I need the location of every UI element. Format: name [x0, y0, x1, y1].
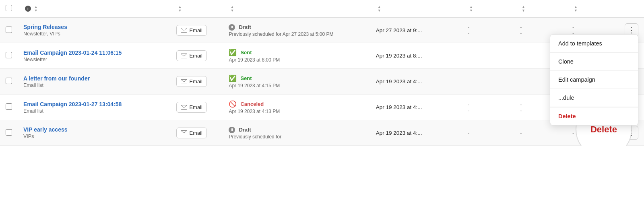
click-rate-value: - [520, 130, 522, 136]
row-checkbox[interactable] [6, 129, 12, 136]
select-all-header[interactable] [0, 0, 18, 18]
status-badge: 🚫Canceled [229, 100, 264, 108]
open-rate-cell: - - [462, 18, 514, 43]
status-sub: Apr 19 2023 at 4:15 PM [229, 83, 364, 89]
campaign-name[interactable]: Spring Releases [23, 24, 165, 30]
row-checkbox-cell[interactable] [0, 120, 18, 146]
click-rate-value2: - [520, 30, 522, 36]
campaign-name[interactable]: VIP early access [23, 126, 165, 133]
email-icon [181, 79, 187, 84]
row-checkbox[interactable] [6, 78, 12, 84]
row-checkbox[interactable] [6, 103, 12, 110]
row-checkbox-cell[interactable] [0, 95, 18, 120]
last-updated-cell: Apr 27 2023 at 9:... [370, 18, 462, 43]
status-badge: ⏸Draft [229, 127, 251, 133]
row-checkbox[interactable] [6, 27, 12, 33]
campaigns-table-container: i ▲▼ ▲▼ ▲▼ ▲▼ ▲▼ [0, 0, 644, 146]
type-cell: Email [171, 43, 223, 69]
sort-icon-last-updated[interactable]: ▲▼ [378, 5, 381, 12]
context-dropdown-menu: Add to templates Clone Edit campaign ...… [550, 34, 638, 126]
menu-item-schedule[interactable]: ...dule [550, 89, 638, 107]
column-header-type[interactable]: ▲▼ [171, 0, 223, 18]
campaign-sub: Email list [23, 108, 165, 114]
last-updated-cell: Apr 19 2023 at 4:... [370, 95, 462, 120]
type-badge: Email [176, 25, 207, 36]
table-row: A letter from our founder Email list Ema… [0, 69, 644, 95]
column-header-status[interactable]: ▲▼ [223, 0, 370, 18]
campaign-sub: VIPs [23, 134, 165, 139]
open-rate-cell [462, 43, 514, 69]
sort-icon-click-rate[interactable]: ▲▼ [522, 5, 525, 12]
table-row: Email Campaign 2023-01-24 11:06:15 Newsl… [0, 43, 644, 69]
open-rate-value2: - [468, 107, 470, 113]
sort-icon-open-rate[interactable]: ▲▼ [469, 5, 473, 12]
type-badge: Email [176, 50, 207, 61]
menu-item-delete[interactable]: Delete [550, 107, 638, 125]
open-rate-value: - [468, 101, 470, 107]
table-row: Email Campaign 2023-01-27 13:04:58 Email… [0, 95, 644, 120]
sort-icon-status[interactable]: ▲▼ [230, 5, 234, 12]
sort-icon-placed-orders[interactable]: ▲▼ [574, 5, 578, 12]
email-icon [181, 54, 187, 58]
column-header-actions [619, 0, 644, 18]
click-rate-value2: - [520, 107, 522, 113]
type-badge: Email [176, 128, 207, 138]
campaign-name-cell: VIP early access VIPs [18, 120, 171, 146]
click-rate-value: - [520, 24, 522, 30]
status-sub: Previously scheduled for Apr 27 2023 at … [229, 31, 364, 37]
menu-item-clone[interactable]: Clone [550, 53, 638, 71]
status-sub: Apr 19 2023 at 4:13 PM [229, 109, 364, 114]
campaigns-table: i ▲▼ ▲▼ ▲▼ ▲▼ ▲▼ [0, 0, 644, 146]
table-row: Spring Releases Newsletter, VIPs Email ⏸… [0, 18, 644, 43]
info-icon[interactable]: i [25, 6, 31, 12]
status-cell: ✅Sent Apr 19 2023 at 4:15 PM [223, 69, 370, 95]
row-checkbox[interactable] [6, 52, 12, 58]
status-sub: Previously scheduled for [229, 134, 364, 140]
status-sub: Apr 19 2023 at 8:00 PM [229, 57, 364, 63]
campaign-name-cell: Spring Releases Newsletter, VIPs [18, 18, 171, 43]
column-header-placed-orders[interactable]: ▲▼ [567, 0, 619, 18]
row-checkbox-cell[interactable] [0, 43, 18, 69]
status-badge: ✅Sent [229, 74, 252, 82]
sort-icon-type[interactable]: ▲▼ [178, 5, 182, 12]
campaign-name-cell: Email Campaign 2023-01-27 13:04:58 Email… [18, 95, 171, 120]
type-cell: Email [171, 18, 223, 43]
row-checkbox-cell[interactable] [0, 18, 18, 43]
menu-item-add-templates[interactable]: Add to templates [550, 35, 638, 53]
campaign-name[interactable]: A letter from our founder [23, 75, 165, 82]
email-icon [181, 130, 187, 135]
column-header-last-updated[interactable]: ▲▼ [370, 0, 462, 18]
status-badge: ⏸Draft [229, 24, 251, 31]
open-rate-value2: - [468, 30, 470, 36]
status-cell: ⏸Draft Previously scheduled for Apr 27 2… [223, 18, 370, 43]
open-rate-value: - [468, 130, 470, 136]
open-rate-value: - [468, 24, 470, 30]
placed-orders-value: - [572, 24, 574, 30]
column-header-campaign[interactable]: i ▲▼ [18, 0, 171, 18]
menu-item-edit-campaign[interactable]: Edit campaign [550, 71, 638, 89]
open-rate-cell [462, 69, 514, 95]
column-header-click-rate[interactable]: ▲▼ [514, 0, 567, 18]
delete-circle-text: Delete [590, 124, 617, 135]
last-updated-cell: Apr 19 2023 at 4:... [370, 69, 462, 95]
select-all-checkbox[interactable] [6, 5, 12, 11]
campaign-name-cell: A letter from our founder Email list [18, 69, 171, 95]
type-badge: Email [176, 76, 207, 87]
last-updated-cell: Apr 19 2023 at 4:... [370, 120, 462, 146]
status-cell: ⏸Draft Previously scheduled for [223, 120, 370, 146]
campaign-name[interactable]: Email Campaign 2023-01-27 13:04:58 [23, 101, 165, 107]
type-badge: Email [176, 102, 207, 113]
email-icon [181, 105, 187, 110]
placed-orders-value: - [572, 130, 574, 136]
campaign-name[interactable]: Email Campaign 2023-01-24 11:06:15 [23, 49, 165, 56]
sort-icon-campaign[interactable]: ▲▼ [34, 5, 38, 12]
status-badge: ✅Sent [229, 49, 252, 56]
open-rate-cell: - - [462, 95, 514, 120]
table-row: VIP early access VIPs Email ⏸Draft Previ… [0, 120, 644, 146]
campaign-name-cell: Email Campaign 2023-01-24 11:06:15 Newsl… [18, 43, 171, 69]
campaign-sub: Email list [23, 82, 165, 88]
type-cell: Email [171, 69, 223, 95]
column-header-open-rate[interactable]: ▲▼ [462, 0, 514, 18]
status-cell: 🚫Canceled Apr 19 2023 at 4:13 PM [223, 95, 370, 120]
row-checkbox-cell[interactable] [0, 69, 18, 95]
